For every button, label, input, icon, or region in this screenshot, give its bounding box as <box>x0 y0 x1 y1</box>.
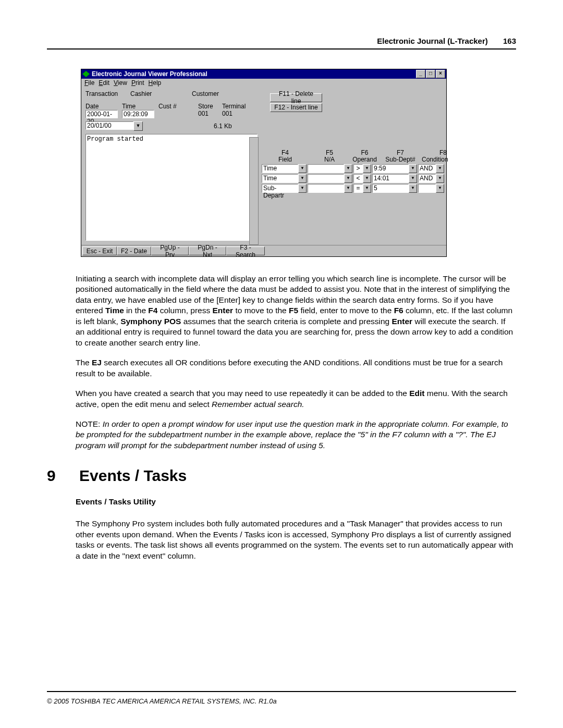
header-title: Electronic Journal (L-Tracker) <box>377 36 488 45</box>
f4-field[interactable]: Time <box>262 174 298 183</box>
label-cust: Cust # <box>158 103 189 110</box>
f6-operand[interactable]: > <box>353 164 363 173</box>
dropdown-button[interactable]: ▼ <box>298 174 307 183</box>
header-page-number: 163 <box>503 36 516 45</box>
dropdown-button[interactable]: ▼ <box>363 174 371 183</box>
header-rule <box>47 48 516 50</box>
label-customer: Customer <box>192 90 239 97</box>
label-cashier: Cashier <box>130 90 166 97</box>
dropdown-button[interactable]: ▼ <box>344 164 352 173</box>
dropdown-button[interactable]: ▼ <box>409 184 417 193</box>
paragraph-3: When you have created a search that you … <box>76 388 516 410</box>
col-f5-b: N/A <box>324 156 335 163</box>
dropdown-button[interactable]: ▼ <box>436 174 444 183</box>
search-row: Sub-Departr▼▼=▼5▼▼ <box>262 184 447 193</box>
col-f7-a: F7 <box>397 149 404 156</box>
app-icon <box>82 71 90 77</box>
titlebar[interactable]: Electronic Journal Viewer Professional _… <box>81 69 446 79</box>
menu-edit[interactable]: Edit <box>99 79 109 87</box>
col-f5-a: F5 <box>326 149 333 156</box>
dropdown-button[interactable]: ▼ <box>363 184 371 193</box>
dropdown-button[interactable]: ▼ <box>344 184 352 193</box>
date-combo[interactable]: 20/01/00 <box>85 121 133 130</box>
f6-operand[interactable]: = <box>353 184 363 193</box>
terminal-value: 001 <box>222 110 247 118</box>
menu-help[interactable]: Help <box>149 79 162 87</box>
paragraph-2: The EJ search executes all OR conditions… <box>76 357 516 379</box>
status-f2[interactable]: F2 - Date <box>117 246 151 255</box>
window-title: Electronic Journal Viewer Professional <box>92 70 207 78</box>
dropdown-button[interactable]: ▼ <box>409 174 417 183</box>
insert-line-button[interactable]: F12 - Insert line <box>270 103 322 112</box>
date-combo-button[interactable]: ▼ <box>133 121 143 131</box>
f8-condition[interactable]: AND <box>418 164 436 173</box>
paragraph-1: Initiating a search with incomplete data… <box>76 274 516 348</box>
menu-file[interactable]: File <box>84 79 94 87</box>
dropdown-button[interactable]: ▼ <box>436 184 444 193</box>
section-number: 9 <box>47 465 57 486</box>
f7-value[interactable]: 5 <box>372 184 409 193</box>
dropdown-button[interactable]: ▼ <box>298 164 307 173</box>
f5-field[interactable] <box>308 174 344 183</box>
f8-condition[interactable] <box>418 184 436 193</box>
col-f8-b: Condition <box>422 156 448 163</box>
f5-field[interactable] <box>308 184 344 193</box>
subheading: Events / Tasks Utility <box>76 497 516 507</box>
f8-condition[interactable]: AND <box>418 174 436 183</box>
store-value: 001 <box>198 110 218 118</box>
search-row: Time▼▼<▼14:01▼AND▼ <box>262 174 447 183</box>
time-field[interactable]: 09:28:09 <box>122 110 154 118</box>
menu-view[interactable]: View <box>114 79 127 87</box>
maximize-button[interactable]: □ <box>426 70 435 78</box>
col-f6-a: F6 <box>361 149 368 156</box>
dropdown-button[interactable]: ▼ <box>409 164 417 173</box>
label-time: Time <box>122 103 154 110</box>
date-field[interactable]: 2000-01-20 <box>85 110 118 118</box>
page-footer: © 2005 TOSHIBA TEC AMERICA AMERICA RETAI… <box>47 691 516 705</box>
app-window: Electronic Journal Viewer Professional _… <box>81 69 447 257</box>
menubar: File Edit View Print Help <box>81 79 446 87</box>
col-f8-a: F8 <box>439 149 447 156</box>
label-store: Store <box>198 103 218 110</box>
section-heading: 9 Events / Tasks <box>47 465 516 486</box>
search-row: Time▼▼>▼9:59▼AND▼ <box>262 164 447 173</box>
col-f6-b: Operand <box>352 156 377 163</box>
search-columns-header: F4Field F5N/A F6Operand F7Sub-Dept# F8Co… <box>262 150 447 163</box>
label-terminal: Terminal <box>222 103 247 110</box>
dropdown-button[interactable]: ▼ <box>363 164 371 173</box>
col-f7-b: Sub-Dept# <box>385 156 415 163</box>
f7-value[interactable]: 9:59 <box>372 164 409 173</box>
status-pgup[interactable]: PgUp - Prv <box>151 246 189 255</box>
log-listing[interactable]: Program started <box>85 134 258 241</box>
section-title: Events / Tasks <box>79 465 187 486</box>
delete-line-button[interactable]: F11 - Delete line <box>270 93 322 102</box>
close-button[interactable]: × <box>436 70 445 78</box>
status-pgdn[interactable]: PgDn - Nxt <box>189 246 226 255</box>
listing-scrollbar[interactable] <box>249 137 259 245</box>
f4-field[interactable]: Sub-Departr <box>262 184 298 193</box>
f7-value[interactable]: 14:01 <box>372 174 409 183</box>
label-date: Date <box>85 103 118 110</box>
f5-field[interactable] <box>308 164 344 173</box>
dropdown-button[interactable]: ▼ <box>298 184 307 193</box>
col-f4-b: Field <box>278 156 292 163</box>
f4-field[interactable]: Time <box>262 164 298 173</box>
page-header: Electronic Journal (L-Tracker) 163 <box>47 36 516 45</box>
file-size: 6.1 Kb <box>214 122 232 130</box>
search-rows: Time▼▼>▼9:59▼AND▼Time▼▼<▼14:01▼AND▼Sub-D… <box>262 164 447 193</box>
paragraph-note: NOTE: In order to open a prompt window f… <box>76 419 516 451</box>
statusbar: Esc - Exit F2 - Date PgUp - Prv PgDn - N… <box>81 245 446 256</box>
dropdown-button[interactable]: ▼ <box>344 174 352 183</box>
minimize-button[interactable]: _ <box>416 70 425 78</box>
status-esc[interactable]: Esc - Exit <box>82 246 117 255</box>
paragraph-5: The Symphony Pro system includes both fu… <box>76 519 516 561</box>
dropdown-button[interactable]: ▼ <box>436 164 444 173</box>
col-f4-a: F4 <box>282 149 289 156</box>
body-text: Initiating a search with incomplete data… <box>76 274 516 561</box>
label-transaction: Transaction <box>85 90 121 97</box>
f6-operand[interactable]: < <box>353 174 363 183</box>
menu-print[interactable]: Print <box>131 79 144 87</box>
status-f3[interactable]: F3 - Search <box>226 246 265 255</box>
